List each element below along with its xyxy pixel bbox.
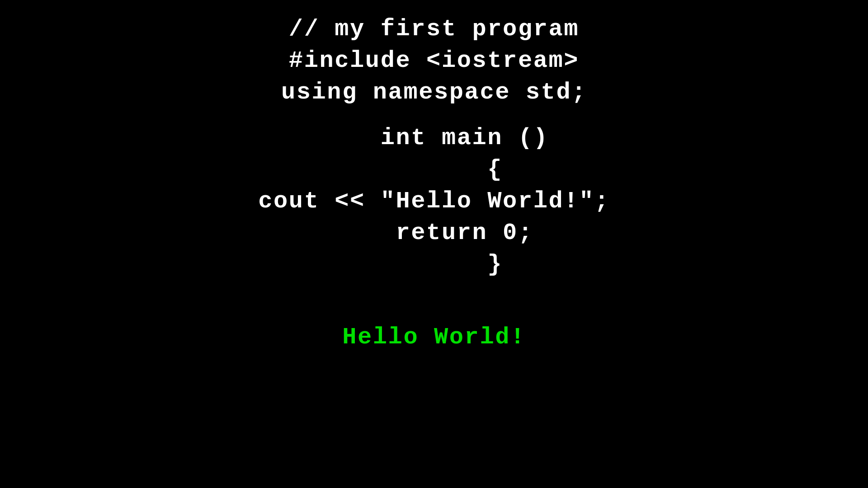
line-open-brace: { [365,154,503,186]
line-return: return 0; [335,217,533,249]
line-cout: cout << "Hello World!"; [258,186,610,217]
line-main: int main () [319,122,548,154]
line-include: #include <iostream> [289,45,579,77]
line-close-brace: } [365,249,503,281]
line-output: Hello World! [342,322,526,353]
code-display: // my first program #include <iostream> … [0,0,868,353]
line-comment: // my first program [289,14,579,45]
line-using: using namespace std; [281,77,587,108]
